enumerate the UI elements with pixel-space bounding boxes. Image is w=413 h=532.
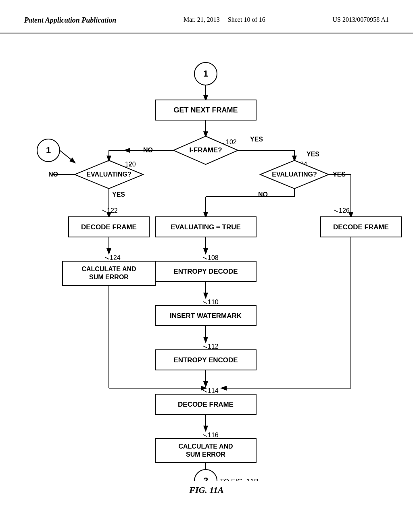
label-122: DECODE FRAME xyxy=(81,223,137,231)
to-fig-label: TO FIG. 11B xyxy=(220,478,259,481)
label-112: ENTROPY ENCODE xyxy=(173,356,238,364)
label-100: GET NEXT FRAME xyxy=(173,106,238,114)
ref-110: 110 xyxy=(208,299,219,305)
flowchart-svg: 1 100 GET NEXT FRAME 102 YES I-FRAME? NO xyxy=(0,37,413,481)
yes-104-label: YES xyxy=(307,151,319,158)
header-sheet: Sheet 10 of 16 xyxy=(228,16,265,23)
label-108: ENTROPY DECODE xyxy=(173,268,238,275)
label-124-line2: SUM ERROR xyxy=(89,274,129,281)
ref-124: 124 xyxy=(110,254,121,261)
diagram-area: 1 100 GET NEXT FRAME 102 YES I-FRAME? NO xyxy=(0,37,413,481)
ref-114: 114 xyxy=(208,387,219,394)
arrow-left-circle-to-120 xyxy=(60,150,75,162)
header-patent-number: US 2013/0070958 A1 xyxy=(332,16,389,23)
label-102: I-FRAME? xyxy=(189,146,222,154)
box-116 xyxy=(155,438,256,463)
label-106: EVALUATING = TRUE xyxy=(171,223,241,231)
label-104: EVALUATING? xyxy=(272,171,317,178)
end-label: 2 xyxy=(203,476,208,481)
label-124-line1: CALCULATE AND xyxy=(81,266,136,272)
ref-116: 116 xyxy=(208,432,219,438)
ref-112: 112 xyxy=(208,343,219,350)
page-header: Patent Application Publication Mar. 21, … xyxy=(0,0,413,33)
label-116-line2: SUM ERROR xyxy=(186,451,225,458)
ref-116-line xyxy=(203,434,207,436)
header-center: Mar. 21, 2013 Sheet 10 of 16 xyxy=(184,16,265,23)
ref-108: 108 xyxy=(208,254,219,261)
ref-122-line xyxy=(102,210,106,212)
yes-102: YES xyxy=(250,136,263,143)
ref-102: 102 xyxy=(226,139,237,145)
label-114: DECODE FRAME xyxy=(178,401,234,408)
ref-126: 126 xyxy=(339,207,350,214)
header-date: Mar. 21, 2013 xyxy=(184,16,220,23)
figure-caption: FIG. 11A xyxy=(0,485,413,503)
ref-124-line xyxy=(105,257,109,259)
left-connector-label: 1 xyxy=(46,145,51,155)
ref-112-line xyxy=(203,346,207,348)
publication-label: Patent Application Publication xyxy=(24,16,116,25)
label-110: INSERT WATERMARK xyxy=(170,312,242,320)
ref-110-line xyxy=(203,301,207,303)
ref-108-line xyxy=(203,257,207,259)
yes-120: YES xyxy=(112,191,125,198)
page: Patent Application Publication Mar. 21, … xyxy=(0,0,413,532)
start-label: 1 xyxy=(203,69,208,79)
label-120: EVALUATING? xyxy=(86,171,131,178)
box-124 xyxy=(63,261,155,285)
ref-120: 120 xyxy=(125,161,136,168)
label-126: DECODE FRAME xyxy=(333,223,389,231)
ref-126-line xyxy=(334,210,338,212)
ref-114-line xyxy=(203,390,207,392)
label-116-line1: CALCULATE AND xyxy=(178,443,233,450)
